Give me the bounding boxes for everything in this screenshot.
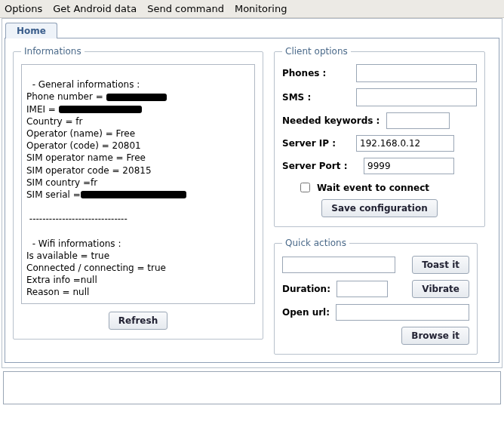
info-line: Country = fr <box>26 116 83 127</box>
redacted-sim-serial <box>81 191 186 198</box>
duration-label: Duration: <box>282 284 330 294</box>
refresh-button[interactable]: Refresh <box>109 312 167 330</box>
duration-input[interactable] <box>337 281 388 297</box>
server-port-label: Server Port : <box>282 161 358 171</box>
informations-text[interactable]: - General informations : Phone number = … <box>21 64 255 304</box>
sms-input[interactable] <box>356 88 477 106</box>
info-line: SIM operator name = Free <box>26 152 146 163</box>
open-url-label: Open url: <box>282 307 330 318</box>
info-line: Is available = true <box>26 250 109 261</box>
quick-actions-title: Quick actions <box>282 238 349 248</box>
info-line: Connected / connecting = true <box>26 263 166 273</box>
wait-event-label: Wait event to connect <box>317 183 429 193</box>
info-line: IMEI = <box>26 104 142 115</box>
server-port-input[interactable] <box>364 158 454 174</box>
tab-home[interactable]: Home <box>5 23 57 38</box>
client-options-group: Client options Phones : SMS : Needed key… <box>274 46 485 227</box>
informations-title: Informations <box>21 46 85 57</box>
save-config-button[interactable]: Save configuration <box>321 199 437 217</box>
info-line: - Wifi informations : <box>26 238 121 249</box>
wait-event-checkbox[interactable] <box>300 183 310 192</box>
info-line: ------------------------------ <box>26 214 128 224</box>
tab-bar: Home <box>2 19 502 38</box>
redacted-phone <box>106 94 167 101</box>
menu-get-android[interactable]: Get Android data <box>53 3 137 14</box>
info-line: SIM country =fr <box>26 177 97 188</box>
info-line: SIM operator code = 20815 <box>26 165 152 176</box>
menu-send-command[interactable]: Send command <box>147 3 224 14</box>
informations-group: Informations - General informations : Ph… <box>13 46 263 340</box>
menu-monitoring[interactable]: Monitoring <box>235 3 287 14</box>
open-url-input[interactable] <box>336 304 469 321</box>
log-output[interactable] <box>3 371 501 404</box>
info-line: Operator (name) = Free <box>26 128 135 139</box>
tab-body: Informations - General informations : Ph… <box>5 38 499 363</box>
info-line: Phone number = <box>26 91 167 102</box>
browse-button[interactable]: Browse it <box>401 327 469 345</box>
info-line: Extra info =null <box>26 275 97 285</box>
server-ip-input[interactable] <box>356 135 454 152</box>
info-line: Reason = null <box>26 287 89 297</box>
sms-label: SMS : <box>282 92 350 103</box>
menu-options[interactable]: Options <box>5 3 42 14</box>
keywords-input[interactable] <box>386 112 450 129</box>
quick-actions-group: Quick actions Toast it Duration: Vibrate… <box>274 238 478 355</box>
phones-label: Phones : <box>282 68 350 78</box>
toast-button[interactable]: Toast it <box>412 256 469 274</box>
menubar: Options Get Android data Send command Mo… <box>0 0 504 18</box>
info-line: SIM serial = <box>26 189 186 200</box>
phones-input[interactable] <box>356 64 477 82</box>
info-line: Operator (code) = 20801 <box>26 140 141 151</box>
redacted-imei <box>59 106 142 113</box>
keywords-label: Needed keywords : <box>282 115 380 126</box>
main-panel: Home Informations - General informations… <box>2 18 502 368</box>
vibrate-button[interactable]: Vibrate <box>412 280 469 298</box>
server-ip-label: Server IP : <box>282 138 350 149</box>
info-line: - General informations : <box>26 79 140 90</box>
client-options-title: Client options <box>282 46 351 57</box>
toast-input[interactable] <box>282 257 395 273</box>
